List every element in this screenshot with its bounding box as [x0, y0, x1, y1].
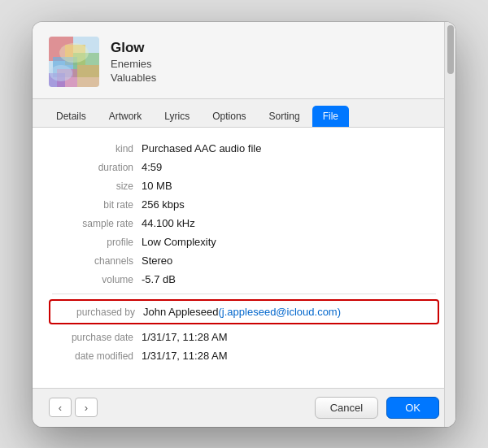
purchased-by-row: purchased by John Appleseed (j.appleseed… — [49, 299, 439, 324]
bit-rate-value: 256 kbps — [142, 198, 185, 211]
duration-label: duration — [52, 162, 142, 173]
album-art — [49, 37, 99, 87]
size-label: size — [52, 181, 142, 192]
date-modified-label: date modified — [52, 350, 142, 362]
purchased-by-email[interactable]: (j.appleseed@icloud.com) — [219, 306, 342, 318]
channels-label: channels — [52, 255, 142, 267]
kind-row: kind Purchased AAC audio file — [52, 139, 436, 158]
tab-lyrics[interactable]: Lyrics — [154, 106, 200, 127]
sample-rate-label: sample rate — [52, 218, 142, 229]
profile-row: profile Low Complexity — [52, 233, 436, 251]
tab-sorting[interactable]: Sorting — [259, 106, 311, 127]
bit-rate-label: bit rate — [52, 199, 142, 211]
track-info: Glow Enemies Valuables — [111, 40, 156, 84]
tab-options[interactable]: Options — [202, 106, 256, 127]
track-album: Valuables — [111, 72, 156, 84]
size-row: size 10 MB — [52, 176, 436, 195]
sample-rate-value: 44.100 kHz — [142, 217, 195, 229]
volume-label: volume — [52, 274, 142, 285]
kind-value: Purchased AAC audio file — [142, 142, 261, 154]
ok-button[interactable]: OK — [386, 397, 439, 419]
purchase-date-row: purchase date 1/31/17, 11:28 AM — [52, 328, 436, 346]
volume-value: -5.7 dB — [142, 273, 176, 285]
scrollbar[interactable] — [444, 22, 455, 427]
prev-button[interactable]: ‹ — [49, 398, 72, 417]
sample-rate-row: sample rate 44.100 kHz — [52, 214, 436, 233]
svg-point-8 — [59, 43, 89, 63]
purchased-by-label: purchased by — [54, 307, 143, 318]
kind-label: kind — [52, 143, 142, 154]
scrollbar-thumb[interactable] — [447, 25, 454, 74]
tabs: Details Artwork Lyrics Options Sorting F… — [33, 99, 455, 128]
channels-value: Stereo — [142, 254, 172, 267]
tab-artwork[interactable]: Artwork — [98, 106, 153, 127]
size-value: 10 MB — [142, 180, 172, 192]
dialog: Glow Enemies Valuables Details Artwork L… — [33, 22, 455, 427]
duration-row: duration 4:59 — [52, 158, 436, 176]
track-title: Glow — [111, 40, 156, 56]
header: Glow Enemies Valuables — [33, 22, 455, 99]
profile-value: Low Complexity — [142, 236, 216, 248]
svg-rect-6 — [77, 65, 99, 87]
separator — [52, 294, 436, 294]
date-modified-value: 1/31/17, 11:28 AM — [142, 350, 228, 362]
duration-value: 4:59 — [142, 161, 162, 173]
footer-actions: Cancel OK — [315, 397, 439, 419]
purchase-date-label: purchase date — [52, 332, 142, 343]
date-modified-row: date modified 1/31/17, 11:28 AM — [52, 346, 436, 365]
nav-buttons: ‹ › — [49, 398, 98, 417]
purchased-by-name: John Appleseed — [143, 306, 219, 318]
footer: ‹ › Cancel OK — [33, 388, 455, 427]
purchase-date-value: 1/31/17, 11:28 AM — [142, 331, 228, 343]
bit-rate-row: bit rate 256 kbps — [52, 195, 436, 214]
volume-row: volume -5.7 dB — [52, 270, 436, 289]
profile-label: profile — [52, 237, 142, 248]
tab-details[interactable]: Details — [46, 106, 97, 127]
svg-point-9 — [50, 65, 72, 81]
track-artist: Enemies — [111, 58, 156, 70]
next-button[interactable]: › — [75, 398, 98, 417]
file-content: kind Purchased AAC audio file duration 4… — [33, 128, 455, 388]
cancel-button[interactable]: Cancel — [315, 397, 378, 419]
tab-file[interactable]: File — [312, 106, 349, 127]
channels-row: channels Stereo — [52, 251, 436, 270]
